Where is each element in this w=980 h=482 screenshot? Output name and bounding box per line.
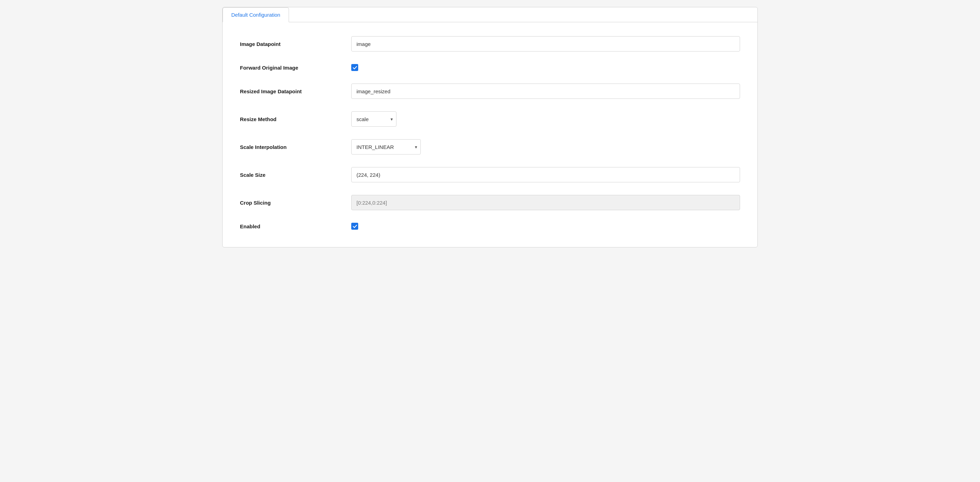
row-image-datapoint: Image Datapoint — [240, 36, 740, 51]
label-crop-slicing: Crop Slicing — [240, 200, 351, 206]
row-scale-interpolation: Scale Interpolation INTER_LINEAR INTER_N… — [240, 139, 740, 155]
label-scale-interpolation: Scale Interpolation — [240, 144, 351, 150]
label-resize-method: Resize Method — [240, 116, 351, 122]
control-enabled — [351, 223, 740, 230]
label-image-datapoint: Image Datapoint — [240, 41, 351, 47]
label-resized-image-datapoint: Resized Image Datapoint — [240, 88, 351, 94]
control-image-datapoint — [351, 36, 740, 51]
row-crop-slicing: Crop Slicing — [240, 195, 740, 210]
label-forward-original-image: Forward Original Image — [240, 65, 351, 71]
tab-bar: Default Configuration — [223, 7, 757, 22]
page-wrapper: Default Configuration Image Datapoint Fo… — [222, 7, 758, 247]
label-enabled: Enabled — [240, 223, 351, 229]
tab-default-configuration[interactable]: Default Configuration — [223, 7, 289, 22]
control-forward-original-image — [351, 64, 740, 71]
row-enabled: Enabled — [240, 223, 740, 230]
select-resize-method[interactable]: scale crop pad — [351, 112, 396, 127]
row-resized-image-datapoint: Resized Image Datapoint — [240, 83, 740, 99]
select-wrapper-scale-interpolation: INTER_LINEAR INTER_NEAREST INTER_CUBIC I… — [351, 139, 421, 155]
row-scale-size: Scale Size — [240, 167, 740, 182]
configuration-card: Default Configuration Image Datapoint Fo… — [222, 7, 758, 247]
label-scale-size: Scale Size — [240, 172, 351, 178]
checkmark-icon-enabled — [353, 224, 357, 229]
control-crop-slicing — [351, 195, 740, 210]
control-resize-method: scale crop pad ▾ — [351, 112, 740, 127]
select-wrapper-resize-method: scale crop pad ▾ — [351, 112, 396, 127]
control-scale-interpolation: INTER_LINEAR INTER_NEAREST INTER_CUBIC I… — [351, 139, 740, 155]
control-resized-image-datapoint — [351, 83, 740, 99]
row-resize-method: Resize Method scale crop pad ▾ — [240, 112, 740, 127]
input-crop-slicing[interactable] — [351, 195, 740, 210]
card-body: Image Datapoint Forward Original Image — [223, 22, 757, 247]
row-forward-original-image: Forward Original Image — [240, 64, 740, 71]
input-resized-image-datapoint[interactable] — [351, 83, 740, 99]
checkbox-forward-original-image[interactable] — [351, 64, 358, 71]
checkmark-icon — [353, 65, 357, 70]
input-image-datapoint[interactable] — [351, 36, 740, 51]
select-scale-interpolation[interactable]: INTER_LINEAR INTER_NEAREST INTER_CUBIC I… — [351, 139, 421, 155]
checkbox-enabled[interactable] — [351, 223, 358, 230]
input-scale-size[interactable] — [351, 167, 740, 182]
control-scale-size — [351, 167, 740, 182]
